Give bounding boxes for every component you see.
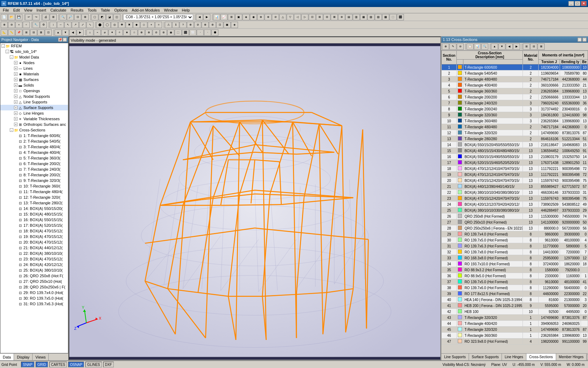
tb-b17[interactable]: ⊠ [331,14,338,20]
tb-redo[interactable]: ↪ [33,14,40,20]
table-row[interactable]: 3T-Rectangle 480/48027467171844423680004… [442,76,588,82]
tree-node-cs2[interactable]: ⊡2: T-Rectangle 540/5( [0,138,68,144]
tree-expand-nodal-supports[interactable]: + [14,95,18,98]
tb3-b2[interactable]: 📏 [8,29,15,36]
rp-tb-b9[interactable]: ◀ [506,43,513,50]
tb3-b16[interactable]: ✧ [116,29,123,36]
tb-b9[interactable]: ⊘ [272,14,279,20]
table-row[interactable]: 30RO 139.7x5.0 (Hot Formed)8961000048100… [442,237,588,243]
tree-node-cs18[interactable]: ⊡18: BOX(A) 470/15/12( [0,228,68,234]
tree-expand-variable-thicknesses[interactable]: + [14,117,18,121]
tb2-b25[interactable]: ⊕ [187,22,194,28]
tb3-b5[interactable]: ⊟ [30,29,37,36]
panel-pin-btn[interactable]: 📌 [58,38,62,42]
tree-node-variable-thicknesses[interactable]: +≡Variable Thicknesses [0,116,68,122]
tree-node-nodal-supports[interactable]: +△Nodal Supports [0,94,68,99]
tb3-b18[interactable]: ☆ [131,29,138,36]
tree-expand-cross-sections[interactable]: - [10,128,13,132]
tb2-b1[interactable]: ⊕ [1,22,8,28]
tree-node-materials[interactable]: +■Materials [0,71,68,77]
tb-view2[interactable]: ◩ [99,14,106,20]
table-row[interactable]: 7T-Rectangle 240/32037960262406553600003… [442,100,588,106]
tb3-b9[interactable]: ▼ [62,29,69,36]
tb-zoom-in[interactable]: 🔍 [59,14,66,20]
table-row[interactable]: 42HEB 100109250044950000 [442,309,588,315]
tb-b8[interactable]: ⊗ [265,14,272,20]
tb-print2[interactable]: ⊞ [50,14,57,20]
status-osnap[interactable]: OSNAP [68,362,84,367]
tb2-b23[interactable]: ℹ [172,22,179,28]
tree-node-cs3[interactable]: ⊡3: T-Rectangle 480/4( [0,144,68,150]
table-row[interactable]: 20BOX(A) 470/15/12/420/470/470/15/131159… [442,178,588,184]
tree-node-cs20[interactable]: ⊡20: BOX(A) 470/15/12( [0,239,68,245]
menu-table[interactable]: Table [99,8,112,13]
tree-expand-orthotropic[interactable]: + [14,123,18,126]
tb-b24[interactable]: ▩ [382,14,389,20]
table-row[interactable]: 10T-Rectangle 360/4803236265984139968000… [442,118,588,124]
tree-node-cs4[interactable]: ⊡4: T-Rectangle 400/4( [0,150,68,155]
tree-node-line-hinges[interactable]: +◇Line Hinges [0,110,68,116]
tb-undo[interactable]: ↩ [25,14,32,20]
rp-tb-b2[interactable]: ✎ [449,43,456,50]
tb2-b26[interactable]: ⊘ [194,22,201,28]
menu-tools[interactable]: Tools [85,8,99,13]
table-row[interactable]: 23BOX(A) 470/15/12/420/470/470/15/131159… [442,196,588,202]
table-row[interactable]: 24BOX(A) 420/12/12/370/420/420/12/137389… [442,202,588,207]
table-row[interactable]: 43T-Rectangle 320/3201147499690873813376… [442,315,588,321]
tb-b15[interactable]: ⊞ [316,14,323,20]
tb3-b1[interactable]: 📐 [1,29,8,36]
tb-save[interactable]: 💾 [15,14,22,20]
table-row[interactable]: 18BOX(A) 470/12/12/410/470/470/15/131117… [442,166,588,172]
rp-close-btn[interactable]: ✕ [582,38,587,42]
table-row[interactable]: 21BOX(A) 440/12/390/440/140/15/138559894… [442,184,588,190]
table-row[interactable]: 22BOX(A) 380/10/10/340/380/380/10/134663… [442,190,588,196]
menu-addon[interactable]: Add-on Modules [130,8,162,13]
tb-b3[interactable]: ⊞ [228,14,235,20]
tb3-b26[interactable]: ⬜ [189,29,196,36]
tb-b23[interactable]: ▨ [375,14,382,20]
tb-prev[interactable]: ◀ [196,14,203,20]
tb3-b29[interactable]: ⬟ [211,29,218,36]
tb-print[interactable]: 🖨 [42,14,49,20]
tree-node-cs25[interactable]: ⊡25: BOX(A) 380/10/10( [0,267,68,273]
tb2-b22[interactable]: ⚠ [165,22,172,28]
tree-node-cs10[interactable]: ⊡10: T-Rectangle 360/( [0,183,68,189]
tree-node-cs22[interactable]: ⊡22: BOX(A) 380/10/10( [0,251,68,256]
viewport-canvas[interactable]: X Y Z [69,43,440,360]
load-combo[interactable]: CO8 - 1.35*ZS1 + 1.05*ZS5 + 1.05*ZS6 [123,14,193,20]
tb2-b11[interactable]: ⤢ [79,22,86,28]
tb3-b10[interactable]: ◀ [69,29,76,36]
menu-calculate[interactable]: Calculate [48,8,69,13]
maximize-button[interactable]: □ [575,1,580,6]
close-button[interactable]: ✕ [581,1,587,6]
tb-b18[interactable]: ⊛ [338,14,345,20]
tree-node-orthotropic[interactable]: +⊞Orthotropic Surfaces anc [0,122,68,127]
tree-node-cs5[interactable]: ⊡5: T-Rectangle 360/3( [0,155,68,161]
menu-window[interactable]: Window [162,8,180,13]
tb3-b11[interactable]: ▶ [77,29,84,36]
tb2-b30[interactable]: ▣ [224,22,231,28]
table-row[interactable]: 41HEB 200 | Ferona - DIN 1025-2:19959559… [442,303,588,309]
table-row[interactable]: 26QRO 250x8 (Hot Formed)1311530000074550… [442,213,588,219]
tb-b22[interactable]: ▧ [368,14,374,20]
tb2-b28[interactable]: ⊛ [209,22,216,28]
tb2-b14[interactable]: ◯ [104,22,111,28]
tb2-b9[interactable]: ↖ [64,22,71,28]
tb2-b16[interactable]: ✚ [118,22,125,28]
table-row[interactable]: 40HEA 140 | Ferona - DIN 1025-3:19948816… [442,297,588,303]
tb2-b15[interactable]: ◎ [111,22,118,28]
tb-open[interactable]: 📂 [8,14,15,20]
tb3-b8[interactable]: ▲ [55,29,62,36]
panel-close-btn[interactable]: ✕ [63,38,67,42]
tb3-b14[interactable]: ⌀ [101,29,108,36]
tree-node-cs15[interactable]: ⊡15: BOX(A) 480/15/15( [0,211,68,217]
tb-zoom-fit[interactable]: ⊡ [74,14,81,20]
tree-node-lines[interactable]: +—Lines [0,66,68,71]
menu-results[interactable]: Results [69,8,86,13]
table-row[interactable]: 14BOX(A) 550/15/20/450/550/550/15/132181… [442,142,588,148]
status-snap[interactable]: SNAP [21,362,34,367]
tb-b1[interactable]: 📊 [213,14,220,20]
menu-edit[interactable]: Edit [11,8,22,13]
table-row[interactable]: 38RO 139.7x6.0 (Hot Formed)8112900005640… [442,285,588,291]
tb2-b19[interactable]: ◇ [140,22,147,28]
